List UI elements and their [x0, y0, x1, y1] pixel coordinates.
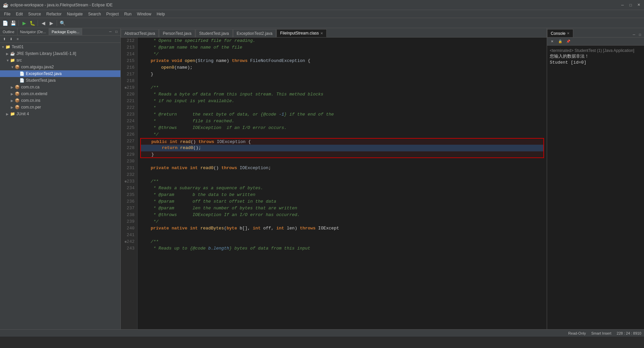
tree-arrow-icon: ▼: [1, 45, 5, 49]
tab-package-explorer[interactable]: Package Explo...: [49, 28, 83, 35]
code-line: return read0();: [140, 145, 544, 151]
line-number: 243: [122, 245, 135, 252]
tree-item[interactable]: ▶📦com.cn.extend: [0, 90, 120, 97]
tree-node-icon: ☕: [10, 51, 15, 56]
tab-abstracttest[interactable]: AbstractTest.java: [121, 29, 159, 37]
tree-item[interactable]: ▼📦com.atguigu.java2: [0, 64, 120, 70]
tree-toolbar-btn2[interactable]: ⬇: [8, 36, 14, 42]
menu-refactor[interactable]: Refactor: [44, 11, 64, 17]
menu-source[interactable]: Source: [25, 11, 44, 17]
tab-persontest[interactable]: PersonTest.java: [159, 29, 195, 37]
console-toolbar: ✕ 🔒 📌: [547, 38, 644, 46]
tree-node-label: JRE System Library [JavaSE-1.8]: [16, 51, 76, 56]
menu-window[interactable]: Window: [134, 11, 154, 17]
tab-navigator[interactable]: Navigator (De...: [17, 28, 49, 35]
menu-navigate[interactable]: Navigate: [64, 11, 85, 17]
debug-button[interactable]: 🐛: [29, 19, 36, 27]
tab-label: PersonTest.java: [163, 31, 191, 36]
tree-node-label: StudentTest.java: [26, 78, 56, 83]
panel-minimize[interactable]: ─: [108, 29, 113, 34]
tree-toolbar-btn3[interactable]: ≡: [15, 36, 21, 42]
forward-button[interactable]: ▶: [48, 19, 55, 27]
console-maximize[interactable]: □: [637, 32, 643, 37]
console-pin[interactable]: 📌: [565, 38, 572, 45]
menu-edit[interactable]: Edit: [13, 11, 25, 17]
tab-exceptiontest2[interactable]: ExceptionTest2.java: [233, 29, 276, 37]
panel-maximize[interactable]: □: [114, 29, 119, 34]
tab-outline[interactable]: Outline: [0, 28, 17, 35]
tree-item[interactable]: ▶📁JUnit 4: [0, 111, 120, 117]
tab-label: FileInputStream.class: [280, 31, 319, 36]
tab-label: AbstractTest.java: [124, 31, 155, 36]
line-number: 225: [122, 125, 135, 131]
code-line: */: [140, 51, 544, 58]
line-number: 231: [122, 165, 135, 171]
toolbar-separator-1: [18, 20, 19, 26]
new-button[interactable]: 📄: [1, 19, 9, 27]
toolbar-separator-2: [38, 20, 38, 26]
run-button[interactable]: ▶: [20, 19, 28, 27]
tree-toolbar-btn1[interactable]: ⬆: [1, 36, 7, 42]
tab-fileinputstream[interactable]: FileInputStream.class ✕: [276, 29, 326, 37]
line-number: 213: [122, 44, 135, 51]
code-line: * if no input is yet available.: [140, 98, 544, 105]
console-minimize[interactable]: ─: [631, 32, 637, 37]
tab-studenttest[interactable]: StudentTest.java: [196, 29, 233, 37]
menu-run[interactable]: Run: [121, 11, 134, 17]
tree-item[interactable]: 📄ExceptionTest2.java: [0, 70, 120, 77]
code-line: * Reads up to {@code b.length} bytes of …: [140, 245, 544, 252]
tree-item[interactable]: ▶📦com.cn.per: [0, 104, 120, 111]
tree-node-icon: 📦: [15, 105, 20, 110]
code-line: * Reads a byte of data from this input s…: [140, 91, 544, 98]
line-number: 238: [122, 212, 135, 218]
line-number: 241: [122, 232, 135, 238]
tree-node-icon: 📁: [10, 112, 15, 116]
console-output-line-2: Student [id=0]: [550, 60, 641, 66]
line-number: 218: [122, 78, 135, 84]
close-button[interactable]: ✕: [636, 2, 641, 8]
search-button[interactable]: 🔍: [59, 19, 66, 27]
code-line: [140, 232, 544, 238]
menu-project[interactable]: Project: [104, 11, 121, 17]
line-number: 214: [122, 51, 135, 58]
back-button[interactable]: ◀: [40, 19, 47, 27]
toolbar: 📄 💾 ▶ 🐛 ◀ ▶ 🔍: [0, 18, 644, 28]
line-number: ⊕242: [122, 238, 135, 245]
tree-arrow-icon: ▶: [11, 85, 15, 89]
code-container: 212213214215216217218⊕219220221222223224…: [121, 38, 547, 329]
line-number: ⊕233: [122, 178, 135, 185]
code-line: * @throws IOException if an I/O error oc…: [140, 125, 544, 131]
tree-node-label: com.cn.per: [21, 105, 41, 110]
maximize-button[interactable]: □: [628, 2, 633, 8]
code-line: private native int readBytes(byte b[], i…: [140, 225, 544, 232]
code-line: * @param b the data to be written: [140, 192, 544, 198]
tree-item[interactable]: ▼📁src: [0, 57, 120, 64]
minimize-button[interactable]: ─: [620, 2, 625, 8]
save-button[interactable]: 💾: [9, 19, 17, 27]
tree-node-label: ExceptionTest2.java: [26, 71, 62, 76]
tree-node-label: com.atguigu.java2: [21, 65, 54, 69]
insert-mode-indicator: Smart Insert: [591, 331, 611, 335]
tree-item[interactable]: ▶📦com.cn.ins: [0, 97, 120, 104]
tree-node-label: JUnit 4: [16, 112, 29, 116]
tree-item[interactable]: 📄StudentTest.java: [0, 77, 120, 84]
main-layout: Outline Navigator (De... Package Explo..…: [0, 28, 644, 329]
tab-close-icon[interactable]: ✕: [320, 31, 323, 35]
tree-node-label: Test01: [12, 45, 23, 49]
menu-file[interactable]: File: [1, 11, 13, 17]
console-close-icon[interactable]: ✕: [567, 31, 570, 35]
tree-node-icon: 📄: [19, 78, 24, 83]
tree-item[interactable]: ▼📁Test01: [0, 44, 120, 50]
package-explorer-tree: ▼📁Test01▶☕JRE System Library [JavaSE-1.8…: [0, 43, 120, 329]
tree-item[interactable]: ▶📦com.cn.ca: [0, 84, 120, 90]
tab-console[interactable]: Console ✕: [547, 29, 573, 37]
menu-search[interactable]: Search: [86, 11, 104, 17]
line-number: 215: [122, 58, 135, 64]
line-number: 226: [122, 131, 135, 138]
code-content[interactable]: * Opens the specified file for reading. …: [138, 38, 547, 329]
tree-item[interactable]: ▶☕JRE System Library [JavaSE-1.8]: [0, 50, 120, 57]
menu-help[interactable]: Help: [154, 11, 168, 17]
tree-arrow-icon: ▶: [6, 112, 10, 116]
console-scroll-lock[interactable]: 🔒: [556, 38, 564, 45]
console-clear[interactable]: ✕: [548, 38, 556, 45]
